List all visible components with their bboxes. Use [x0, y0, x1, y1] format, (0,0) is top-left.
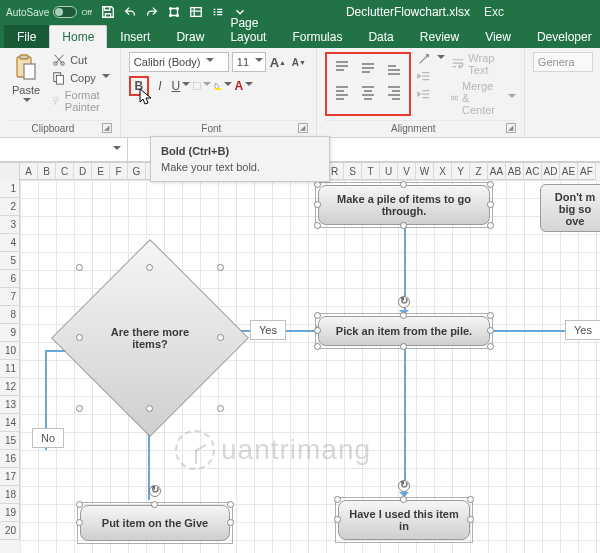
col-header[interactable]: W: [416, 163, 434, 180]
fill-color-button[interactable]: [213, 76, 233, 96]
redo-icon[interactable]: [144, 4, 160, 20]
qat-btn-1[interactable]: [166, 4, 182, 20]
resize-handle[interactable]: [217, 334, 224, 341]
name-box[interactable]: [0, 138, 128, 161]
col-header[interactable]: AE: [560, 163, 578, 180]
resize-handle[interactable]: [400, 181, 407, 188]
col-header[interactable]: C: [56, 163, 74, 180]
resize-handle[interactable]: [151, 501, 158, 508]
rotate-handle[interactable]: [398, 480, 410, 492]
row-header[interactable]: 2: [0, 198, 20, 216]
resize-handle[interactable]: [217, 405, 224, 412]
resize-handle[interactable]: [217, 264, 224, 271]
tab-home[interactable]: Home: [49, 25, 107, 48]
align-left-button[interactable]: [330, 81, 354, 103]
resize-handle[interactable]: [76, 519, 83, 526]
col-header[interactable]: X: [434, 163, 452, 180]
save-icon[interactable]: [100, 4, 116, 20]
resize-handle[interactable]: [314, 343, 321, 350]
resize-handle[interactable]: [400, 343, 407, 350]
qat-btn-2[interactable]: [188, 4, 204, 20]
number-format-combo[interactable]: Genera: [533, 52, 593, 72]
col-header[interactable]: D: [74, 163, 92, 180]
col-header[interactable]: F: [110, 163, 128, 180]
col-header[interactable]: B: [38, 163, 56, 180]
rotate-handle[interactable]: [398, 296, 410, 308]
resize-handle[interactable]: [76, 501, 83, 508]
col-header[interactable]: G: [128, 163, 146, 180]
resize-handle[interactable]: [487, 343, 494, 350]
resize-handle[interactable]: [487, 327, 494, 334]
row-header[interactable]: 9: [0, 324, 20, 342]
row-header[interactable]: 17: [0, 468, 20, 486]
merge-center-button[interactable]: Merge & Center: [451, 80, 516, 116]
resize-handle[interactable]: [227, 519, 234, 526]
dialog-launcher-icon[interactable]: ◢: [102, 123, 112, 133]
row-header[interactable]: 12: [0, 378, 20, 396]
row-header[interactable]: 18: [0, 486, 20, 504]
shape-pick-item[interactable]: Pick an item from the pile.: [318, 316, 490, 346]
shape-decision-more-items[interactable]: Are there more items?: [80, 268, 220, 408]
resize-handle[interactable]: [76, 334, 83, 341]
row-header[interactable]: 1: [0, 180, 20, 198]
resize-handle[interactable]: [314, 222, 321, 229]
tab-formulas[interactable]: Formulas: [279, 25, 355, 48]
col-header[interactable]: T: [362, 163, 380, 180]
font-color-button[interactable]: A: [234, 76, 254, 96]
copy-button[interactable]: Copy: [50, 70, 112, 86]
dialog-launcher-icon[interactable]: ◢: [298, 123, 308, 133]
col-header[interactable]: AD: [542, 163, 560, 180]
row-header[interactable]: 13: [0, 396, 20, 414]
resize-handle[interactable]: [314, 312, 321, 319]
cell-area[interactable]: uantrimang Make a pile of items to go th…: [20, 180, 600, 553]
underline-button[interactable]: U: [171, 76, 191, 96]
font-size-combo[interactable]: 11: [232, 52, 266, 72]
align-bottom-button[interactable]: [382, 57, 406, 79]
dialog-launcher-icon[interactable]: ◢: [506, 123, 516, 133]
col-header[interactable]: V: [398, 163, 416, 180]
shape-make-pile[interactable]: Make a pile of items to go through.: [318, 185, 490, 225]
label-yes-2[interactable]: Yes: [565, 320, 600, 340]
increase-indent-button[interactable]: [417, 88, 445, 102]
row-header[interactable]: 16: [0, 450, 20, 468]
decrease-indent-button[interactable]: [417, 70, 445, 84]
tab-review[interactable]: Review: [407, 25, 472, 48]
col-header[interactable]: U: [380, 163, 398, 180]
italic-button[interactable]: I: [150, 76, 170, 96]
resize-handle[interactable]: [314, 327, 321, 334]
shape-put-give[interactable]: Put item on the Give: [80, 505, 230, 541]
resize-handle[interactable]: [400, 222, 407, 229]
shape-callout[interactable]: Don't m big so ove: [540, 184, 600, 232]
row-header[interactable]: 6: [0, 270, 20, 288]
resize-handle[interactable]: [227, 501, 234, 508]
col-header[interactable]: A: [20, 163, 38, 180]
wrap-text-button[interactable]: Wrap Text: [451, 52, 516, 76]
resize-handle[interactable]: [487, 181, 494, 188]
resize-handle[interactable]: [467, 516, 474, 523]
resize-handle[interactable]: [400, 496, 407, 503]
resize-handle[interactable]: [76, 405, 83, 412]
tab-page-layout[interactable]: Page Layout: [217, 11, 279, 48]
resize-handle[interactable]: [334, 516, 341, 523]
resize-handle[interactable]: [76, 264, 83, 271]
orientation-button[interactable]: [417, 52, 445, 66]
tab-developer[interactable]: Developer: [524, 25, 600, 48]
decrease-font-button[interactable]: A▼: [290, 53, 308, 71]
resize-handle[interactable]: [314, 201, 321, 208]
tab-draw[interactable]: Draw: [163, 25, 217, 48]
border-button[interactable]: [192, 76, 212, 96]
col-header[interactable]: Y: [452, 163, 470, 180]
col-header[interactable]: E: [92, 163, 110, 180]
col-header[interactable]: AA: [488, 163, 506, 180]
col-header[interactable]: S: [344, 163, 362, 180]
row-header[interactable]: 8: [0, 306, 20, 324]
row-header[interactable]: 7: [0, 288, 20, 306]
undo-icon[interactable]: [122, 4, 138, 20]
resize-handle[interactable]: [487, 312, 494, 319]
increase-font-button[interactable]: A▲: [269, 53, 287, 71]
tab-data[interactable]: Data: [355, 25, 406, 48]
select-all-button[interactable]: [0, 163, 20, 180]
font-name-combo[interactable]: Calibri (Body): [129, 52, 229, 72]
align-right-button[interactable]: [382, 81, 406, 103]
col-header[interactable]: Z: [470, 163, 488, 180]
